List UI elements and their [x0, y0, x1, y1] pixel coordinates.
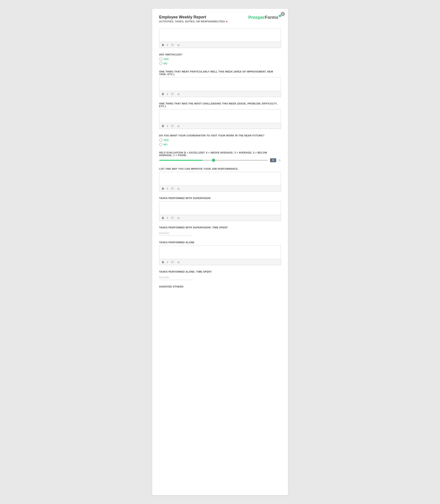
activities-editor: B I ⚇ ☺ — [159, 28, 281, 48]
tasks-supervision-section: TASKS PERFORMED WITH SUPERVISION B I ⚇ ☺ — [159, 197, 281, 221]
coordinator-visit-radio-group: YES NO — [159, 139, 281, 146]
tasks-supervision-time-label: TASKS PERFORMED WITH SUPERVISION: TIME S… — [159, 226, 281, 229]
improve-performance-toolbar: B I ⚇ ☺ — [159, 185, 281, 191]
improve-performance-emoji-btn[interactable]: ☺ — [177, 187, 180, 190]
obstacles-no-option[interactable]: NO — [159, 62, 281, 65]
tasks-supervision-editor: B I ⚇ ☺ — [159, 201, 281, 221]
form-title: Employee Weekly Report — [159, 15, 228, 19]
close-icon: × — [282, 13, 283, 15]
logo-dot — [279, 15, 281, 17]
assisted-others-label: ASSISTED OTHERS — [159, 285, 281, 288]
went-well-textarea[interactable] — [159, 78, 281, 91]
tasks-alone-emoji-btn[interactable]: ☺ — [177, 260, 180, 264]
activities-label-header: ACTIVITIES, TASKS, DUTIES, OR RESPONSIBI… — [159, 20, 225, 23]
logo-forms: Forms — [265, 15, 278, 20]
tasks-alone-label: TASKS PERFORMED ALONE — [159, 241, 281, 244]
obstacles-yes-label: YES — [164, 58, 169, 60]
form-container: × Employee Weekly Report ACTIVITIES, TAS… — [152, 9, 288, 495]
tasks-supervision-italic-btn[interactable]: I — [167, 217, 168, 219]
went-well-emoji-btn[interactable]: ☺ — [177, 92, 180, 95]
tasks-supervision-label: TASKS PERFORMED WITH SUPERVISION — [159, 197, 281, 199]
challenging-section: ONE THING THAT WAS THE MOST CHALLENGING … — [159, 102, 281, 129]
went-well-toolbar: B I ⚇ ☺ — [159, 91, 281, 97]
activities-link-btn[interactable]: ⚇ — [171, 43, 174, 46]
coordinator-visit-yes-option[interactable]: YES — [159, 139, 281, 142]
self-eval-slider[interactable] — [159, 160, 268, 161]
obstacles-yes-radio[interactable] — [159, 58, 162, 61]
improve-performance-section: LIST ONE WAY YOU CAN IMPROVE YOUR JOB PE… — [159, 167, 281, 191]
tasks-alone-time-section: TASKS PERFORMED ALONE: TIME SPENT — [159, 270, 281, 280]
tasks-supervision-link-btn[interactable]: ⚇ — [171, 216, 174, 219]
improve-performance-italic-btn[interactable]: I — [167, 187, 168, 190]
tasks-supervision-toolbar: B I ⚇ ☺ — [159, 215, 281, 221]
tasks-supervision-time-input[interactable] — [159, 231, 192, 236]
went-well-italic-btn[interactable]: I — [167, 93, 168, 95]
coordinator-visit-label: DO YOU WANT YOUR COORDINATOR TO VISIT YO… — [159, 134, 281, 137]
close-button[interactable]: × — [281, 12, 285, 16]
activities-section: B I ⚇ ☺ — [159, 28, 281, 48]
tasks-alone-time-label: TASKS PERFORMED ALONE: TIME SPENT — [159, 270, 281, 273]
went-well-section: ONE THING THAT WENT PARTICULARLY WELL TH… — [159, 70, 281, 97]
tasks-alone-editor: B I ⚇ ☺ — [159, 245, 281, 265]
obstacles-radio-group: YES NO — [159, 58, 281, 65]
tasks-alone-italic-btn[interactable]: I — [167, 261, 168, 264]
form-title-block: Employee Weekly Report ACTIVITIES, TASKS… — [159, 15, 228, 23]
tasks-alone-time-input[interactable] — [159, 275, 192, 280]
self-eval-clear-btn[interactable]: ✕ — [278, 159, 281, 162]
challenging-label: ONE THING THAT WAS THE MOST CHALLENGING … — [159, 102, 281, 108]
tasks-alone-textarea[interactable] — [159, 246, 281, 259]
logo-prosper: Prosper — [248, 15, 265, 20]
obstacles-section: ANY OBSTACLES? YES NO — [159, 53, 281, 65]
coordinator-visit-no-option[interactable]: NO — [159, 143, 281, 146]
activities-bold-btn[interactable]: B — [162, 43, 165, 46]
tasks-alone-link-btn[interactable]: ⚇ — [171, 260, 174, 264]
tasks-supervision-bold-btn[interactable]: B — [162, 217, 165, 219]
obstacles-label: ANY OBSTACLES? — [159, 53, 281, 56]
challenging-textarea[interactable] — [159, 109, 281, 123]
coordinator-visit-yes-radio[interactable] — [159, 139, 162, 142]
tasks-supervision-time-section: TASKS PERFORMED WITH SUPERVISION: TIME S… — [159, 226, 281, 236]
improve-performance-editor: B I ⚇ ☺ — [159, 172, 281, 191]
activities-textarea[interactable] — [159, 28, 281, 42]
improve-performance-label: LIST ONE WAY YOU CAN IMPROVE YOUR JOB PE… — [159, 167, 281, 170]
app-logo: ProsperForms — [248, 15, 281, 20]
coordinator-visit-no-label: NO — [164, 143, 167, 146]
obstacles-no-label: NO — [164, 62, 167, 65]
form-subtitle: ACTIVITIES, TASKS, DUTIES, OR RESPONSIBI… — [159, 20, 228, 23]
went-well-link-btn[interactable]: ⚇ — [171, 92, 174, 95]
required-star: ★ — [226, 20, 228, 23]
obstacles-yes-option[interactable]: YES — [159, 58, 281, 61]
tasks-alone-bold-btn[interactable]: B — [162, 261, 165, 264]
activities-toolbar: B I ⚇ ☺ — [159, 42, 281, 48]
assisted-others-section: ASSISTED OTHERS — [159, 285, 281, 288]
tasks-alone-toolbar: B I ⚇ ☺ — [159, 259, 281, 265]
tasks-alone-section: TASKS PERFORMED ALONE B I ⚇ ☺ — [159, 241, 281, 265]
improve-performance-link-btn[interactable]: ⚇ — [171, 187, 174, 190]
challenging-bold-btn[interactable]: B — [162, 124, 165, 127]
challenging-toolbar: B I ⚇ ☺ — [159, 123, 281, 129]
challenging-emoji-btn[interactable]: ☺ — [177, 124, 180, 127]
challenging-italic-btn[interactable]: I — [167, 124, 168, 127]
self-eval-value: 3 — [270, 158, 276, 162]
went-well-label: ONE THING THAT WENT PARTICULARLY WELL TH… — [159, 70, 281, 76]
activities-emoji-btn[interactable]: ☺ — [177, 43, 180, 46]
form-header: Employee Weekly Report ACTIVITIES, TASKS… — [159, 15, 281, 23]
self-eval-label: SELF-EVALUATION (5 = EXCELLENT; 4 = ABOV… — [159, 151, 281, 157]
challenging-link-btn[interactable]: ⚇ — [171, 124, 174, 127]
coordinator-visit-section: DO YOU WANT YOUR COORDINATOR TO VISIT YO… — [159, 134, 281, 146]
activities-italic-btn[interactable]: I — [167, 43, 168, 46]
went-well-bold-btn[interactable]: B — [162, 93, 165, 95]
tasks-supervision-emoji-btn[interactable]: ☺ — [177, 216, 180, 219]
improve-performance-bold-btn[interactable]: B — [162, 187, 165, 190]
coordinator-visit-yes-label: YES — [164, 139, 169, 141]
coordinator-visit-no-radio[interactable] — [159, 143, 162, 146]
self-eval-section: SELF-EVALUATION (5 = EXCELLENT; 4 = ABOV… — [159, 151, 281, 162]
tasks-supervision-textarea[interactable] — [159, 201, 281, 215]
obstacles-no-radio[interactable] — [159, 62, 162, 65]
challenging-editor: B I ⚇ ☺ — [159, 109, 281, 129]
went-well-editor: B I ⚇ ☺ — [159, 77, 281, 97]
improve-performance-textarea[interactable] — [159, 172, 281, 185]
self-eval-slider-container: 3 ✕ — [159, 158, 281, 162]
